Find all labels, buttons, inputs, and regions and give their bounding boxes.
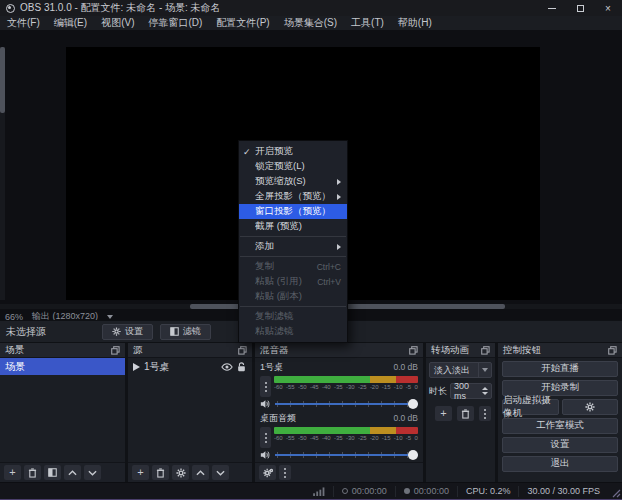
start-streaming-button[interactable]: 开始直播 [502,361,618,377]
start-virtual-camera-button[interactable]: 启动虚拟摄像机 [502,399,559,415]
source-properties-button[interactable]: 设置 [102,324,153,340]
virtual-camera-config-button[interactable] [562,399,619,415]
menu-item-fullscreen-projector[interactable]: 全屏投影（预览） [239,189,347,204]
advanced-audio-button[interactable] [259,465,276,480]
title-bar: OBS 31.0.0 - 配置文件: 未命名 - 场景: 未命名 × [0,0,622,16]
obs-window: OBS 31.0.0 - 配置文件: 未命名 - 场景: 未命名 × 文件(F)… [0,0,622,500]
source-properties-toolbar-button[interactable] [172,465,189,480]
speaker-icon[interactable] [260,399,270,409]
menu-tools[interactable]: 工具(T) [344,16,391,30]
scene-filters-button[interactable] [44,465,61,480]
menu-view[interactable]: 视图(V) [94,16,141,30]
scene-move-up-button[interactable] [64,465,81,480]
menu-edit[interactable]: 编辑(E) [47,16,94,30]
menu-profile[interactable]: 配置文件(P) [209,16,276,30]
sources-toolbar: + [128,462,252,482]
remove-scene-button[interactable] [24,465,41,480]
lock-icon[interactable] [237,362,246,372]
close-button[interactable]: × [594,0,622,16]
sources-dock: 源 1号桌 + [128,343,252,482]
studio-mode-button[interactable]: 工作室模式 [502,418,618,434]
spinner-arrows[interactable] [481,387,491,395]
menu-item-copy[interactable]: 复制 Ctrl+C [239,259,347,274]
dock-popout-icon[interactable] [238,346,247,355]
slider-handle[interactable] [408,450,418,460]
speaker-icon[interactable] [260,450,270,460]
transition-select[interactable]: 淡入淡出 [429,362,492,378]
submenu-arrow-icon [337,194,341,200]
source-toolbar-buttons: 设置 滤镜 [102,324,211,340]
menu-scene-collection[interactable]: 场景集合(S) [277,16,344,30]
minimize-button[interactable] [538,0,566,16]
source-move-up-button[interactable] [192,465,209,480]
add-source-button[interactable]: + [132,465,149,480]
menu-item-lock-preview[interactable]: 锁定预览(L) [239,159,347,174]
remove-source-button[interactable] [152,465,169,480]
scene-name: 场景 [5,360,25,374]
media-source-icon [133,363,140,371]
remove-transition-button[interactable] [457,406,474,421]
menu-item-screenshot-preview[interactable]: 截屏 (预览) [239,219,347,234]
add-transition-button[interactable]: + [435,406,452,421]
source-list-item[interactable]: 1号桌 [128,358,252,375]
resize-grip[interactable] [612,489,621,498]
vertical-scrollbar[interactable] [0,47,5,300]
scenes-toolbar: + [0,462,125,482]
maximize-button[interactable] [566,0,594,16]
menu-docks[interactable]: 停靠窗口(D) [141,16,209,30]
source-filters-label: 滤镜 [183,325,201,338]
shortcut-label: Ctrl+C [317,262,341,272]
menu-item-enable-preview[interactable]: ✓ 开启预览 [239,144,347,159]
chevron-up-icon [196,470,205,476]
mixer-toolbar [255,462,423,482]
channel-menu-button[interactable] [260,427,271,448]
mixer-menu-button[interactable] [279,465,291,480]
add-scene-button[interactable]: + [4,465,21,480]
transition-properties-button[interactable] [479,406,491,421]
exit-button[interactable]: 退出 [502,456,618,472]
channel-menu-button[interactable] [260,376,271,397]
mixer-channel: 桌面音频 0.0 dB -60-55-50-45-40-35-30-25-20-… [260,412,418,460]
meter-orange-segment [370,376,397,383]
vertical-scrollbar-thumb[interactable] [0,47,5,113]
controls-body: 开始直播 开始录制 启动虚拟摄像机 工作室模式 设置 退出 [498,358,622,482]
dock-popout-icon[interactable] [111,346,120,355]
duration-label: 时长 [429,385,447,398]
controls-dock: 控制按钮 开始直播 开始录制 启动虚拟摄像机 工作室模式 设置 退出 [498,343,622,482]
menu-file[interactable]: 文件(F) [0,16,47,30]
dock-popout-icon[interactable] [608,346,617,355]
scene-move-down-button[interactable] [84,465,101,480]
source-move-down-button[interactable] [212,465,229,480]
volume-meter [274,427,418,434]
minimize-icon [548,8,556,9]
scene-list-item[interactable]: 场景 [0,358,125,375]
transitions-dock-header: 转场动画 [426,343,495,358]
meter-green-segment [274,427,370,434]
menu-item-windowed-projector[interactable]: 窗口投影（预览） [239,204,347,219]
menu-item-paste-filters[interactable]: 粘贴滤镜 [239,324,347,339]
gear-icon [263,468,273,478]
filter-icon [170,327,179,336]
volume-slider[interactable] [275,450,418,460]
mixer-dock: 混音器 1号桌 0.0 dB [255,343,423,482]
menu-item-preview-scaling[interactable]: 预览缩放(S) [239,174,347,189]
dock-popout-icon[interactable] [481,346,490,355]
slider-handle[interactable] [408,399,418,409]
menu-item-paste-reference[interactable]: 粘贴 (引用) Ctrl+V [239,274,347,289]
chevron-down-icon [216,470,225,476]
meter-scale: -60-55-50-45-40-35-30-25-20-15-10-50 [274,384,418,390]
chevron-down-icon [107,315,113,319]
eye-icon[interactable] [221,363,233,371]
duration-spinner[interactable]: 300 ms [450,383,492,399]
menu-item-add[interactable]: 添加 [239,239,347,254]
settings-button[interactable]: 设置 [502,437,618,453]
source-filters-button[interactable]: 滤镜 [160,324,211,340]
preview-context-menu: ✓ 开启预览 锁定预览(L) 预览缩放(S) 全屏投影（预览） 窗口投影（预览）… [238,140,348,343]
menu-help[interactable]: 帮助(H) [391,16,439,30]
volume-slider[interactable] [275,399,418,409]
obs-logo-icon [6,4,15,13]
dock-popout-icon[interactable] [409,346,418,355]
menu-item-copy-filters[interactable]: 复制滤镜 [239,309,347,324]
menu-item-paste-duplicate[interactable]: 粘贴 (副本) [239,289,347,304]
trash-icon [461,409,470,419]
